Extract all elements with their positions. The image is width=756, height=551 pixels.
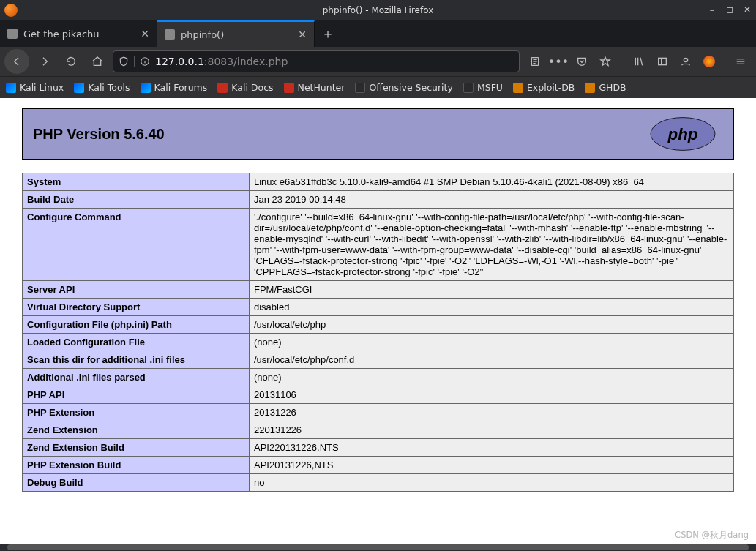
tab-label: Get the pikachu — [23, 29, 100, 40]
bookmark-nethunter[interactable]: NetHunter — [284, 82, 345, 93]
scrollbar-thumb[interactable] — [7, 544, 748, 550]
tab-pikachu[interactable]: Get the pikachu ✕ — [0, 20, 157, 47]
tab-strip: Get the pikachu ✕ phpinfo() ✕ ＋ — [0, 20, 756, 47]
content-viewport[interactable]: PHP Version 5.6.40 php SystemLinux e6a53… — [0, 98, 756, 544]
tab-label: phpinfo() — [181, 29, 224, 40]
row-value: 220131226 — [250, 421, 734, 439]
row-key: Zend Extension Build — [23, 439, 250, 457]
extension-icon — [703, 56, 715, 67]
library-button[interactable] — [628, 50, 650, 72]
row-value: (none) — [250, 369, 734, 386]
row-value: /usr/local/etc/php/conf.d — [250, 351, 734, 369]
table-row: Scan this dir for additional .ini files/… — [23, 351, 734, 369]
nethunter-icon — [284, 83, 294, 93]
bookmark-kali-docs[interactable]: Kali Docs — [217, 82, 273, 93]
separator — [134, 56, 135, 67]
firefox-icon — [4, 4, 18, 17]
back-button[interactable] — [4, 49, 29, 74]
bookmark-label: GHDB — [599, 82, 626, 93]
sidebar-button[interactable] — [651, 50, 673, 72]
info-icon[interactable] — [139, 56, 151, 67]
url-path: /index.php — [233, 56, 288, 67]
shield-icon[interactable] — [118, 56, 130, 67]
home-button[interactable] — [86, 50, 108, 72]
new-tab-button[interactable]: ＋ — [315, 20, 341, 47]
phpinfo-page: PHP Version 5.6.40 php SystemLinux e6a53… — [0, 98, 756, 502]
row-value: FPM/FastCGI — [250, 281, 734, 299]
row-key: Configure Command — [23, 209, 250, 281]
separator — [725, 53, 725, 70]
kali-icon — [6, 83, 16, 93]
kali-icon — [217, 83, 228, 93]
php-logo: php — [643, 116, 723, 151]
hamburger-icon — [735, 56, 746, 67]
bookmarks-toolbar: Kali Linux Kali Tools Kali Forums Kali D… — [0, 76, 756, 98]
row-value: API20131226,NTS — [250, 457, 734, 474]
nav-toolbar: 127.0.0.1:8083/index.php ••• — [0, 47, 756, 76]
phpinfo-table: SystemLinux e6a531ffdb3c 5.10.0-kali9-am… — [22, 173, 734, 492]
bookmark-msfu[interactable]: MSFU — [463, 82, 503, 93]
row-key: Debug Build — [23, 474, 250, 492]
row-key: Additional .ini files parsed — [23, 369, 250, 386]
row-value: no — [250, 474, 734, 492]
bookmark-label: Kali Tools — [88, 82, 130, 93]
close-window-button[interactable]: ✕ — [738, 4, 756, 17]
table-row: Additional .ini files parsed(none) — [23, 369, 734, 386]
bookmark-ghdb[interactable]: GHDB — [585, 82, 626, 93]
table-row: Server APIFPM/FastCGI — [23, 281, 734, 299]
url-bar[interactable]: 127.0.0.1:8083/index.php — [113, 50, 520, 72]
horizontal-scrollbar[interactable] — [0, 544, 756, 551]
kali-icon — [74, 83, 84, 93]
url-host: 127.0.0.1 — [155, 56, 204, 67]
exploitdb-icon — [513, 83, 523, 93]
window-titlebar: phpinfo() - Mozilla Firefox － ◻ ✕ — [0, 0, 756, 20]
svg-rect-10 — [659, 58, 667, 64]
page-actions-button[interactable]: ••• — [547, 50, 569, 72]
forward-button[interactable] — [34, 50, 56, 72]
bookmark-kali-linux[interactable]: Kali Linux — [6, 82, 64, 93]
row-value: 20131106 — [250, 386, 734, 404]
reload-icon — [65, 56, 77, 67]
row-value: /usr/local/etc/php — [250, 316, 734, 334]
table-row: Virtual Directory Supportdisabled — [23, 299, 734, 316]
row-key: Virtual Directory Support — [23, 299, 250, 316]
bookmark-offsec[interactable]: Offensive Security — [355, 82, 452, 93]
page-icon — [7, 29, 18, 39]
row-key: Scan this dir for additional .ini files — [23, 351, 250, 369]
row-value: Linux e6a531ffdb3c 5.10.0-kali9-amd64 #1… — [250, 173, 734, 191]
sidebar-icon — [656, 56, 668, 67]
table-row: Loaded Configuration File(none) — [23, 334, 734, 351]
table-row: Zend Extension BuildAPI220131226,NTS — [23, 439, 734, 457]
bookmark-label: NetHunter — [298, 82, 345, 93]
msfu-icon — [463, 83, 474, 93]
url-text: 127.0.0.1:8083/index.php — [155, 56, 288, 67]
tab-phpinfo[interactable]: phpinfo() ✕ — [157, 20, 315, 47]
table-row: SystemLinux e6a531ffdb3c 5.10.0-kali9-am… — [23, 173, 734, 191]
maximize-button[interactable]: ◻ — [721, 4, 738, 17]
reader-mode-button[interactable] — [524, 50, 546, 72]
phpinfo-header: PHP Version 5.6.40 php — [22, 108, 734, 160]
row-key: PHP Extension — [23, 404, 250, 421]
row-value: 20131226 — [250, 404, 734, 421]
reload-button[interactable] — [60, 50, 82, 72]
bookmark-label: Kali Docs — [231, 82, 273, 93]
minimize-button[interactable]: － — [703, 4, 721, 17]
bookmark-kali-forums[interactable]: Kali Forums — [141, 82, 208, 93]
bookmark-button[interactable] — [594, 50, 616, 72]
row-key: Zend Extension — [23, 421, 250, 439]
table-row: Zend Extension220131226 — [23, 421, 734, 439]
close-icon[interactable]: ✕ — [141, 28, 149, 40]
app-menu-button[interactable] — [730, 50, 752, 72]
extension-button[interactable] — [698, 50, 720, 72]
window-controls: － ◻ ✕ — [703, 4, 756, 17]
account-button[interactable] — [675, 50, 697, 72]
page-icon — [165, 29, 175, 40]
bookmark-kali-tools[interactable]: Kali Tools — [74, 82, 130, 93]
bookmark-label: Kali Forums — [154, 82, 208, 93]
save-pocket-button[interactable] — [571, 50, 593, 72]
library-icon — [633, 56, 645, 67]
close-icon[interactable]: ✕ — [298, 29, 307, 40]
toolbar-right: ••• — [524, 50, 752, 72]
bookmark-exploitdb[interactable]: Exploit-DB — [513, 82, 575, 93]
row-key: Configuration File (php.ini) Path — [23, 316, 250, 334]
